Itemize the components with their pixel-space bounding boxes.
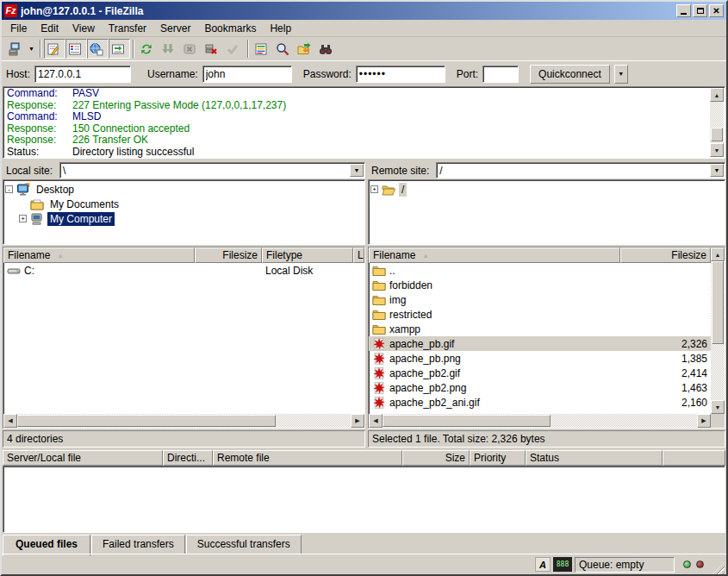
queue-body[interactable] xyxy=(3,466,725,533)
port-input[interactable] xyxy=(482,66,519,83)
find-files-button[interactable] xyxy=(316,39,338,59)
scroll-right-button[interactable]: ▶ xyxy=(697,414,711,428)
collapse-icon[interactable]: - xyxy=(5,185,13,193)
file-row[interactable]: apache_pb2.gif 2,414 xyxy=(369,366,711,380)
scroll-thumb[interactable] xyxy=(711,128,723,141)
menu-edit[interactable]: Edit xyxy=(34,21,65,36)
file-row-selected[interactable]: apache_pb.gif 2,326 xyxy=(369,336,711,351)
synchronized-browsing-icon xyxy=(297,42,311,56)
file-row[interactable]: img xyxy=(369,292,711,307)
local-site-dropdown[interactable]: ▼ xyxy=(350,164,364,177)
activity-led-red xyxy=(696,560,704,568)
column-header-priority[interactable]: Priority xyxy=(470,450,526,466)
speed-limit-icon[interactable]: 888 xyxy=(553,557,572,572)
file-row[interactable]: restricted xyxy=(369,307,711,322)
transfer-type-icon[interactable]: A xyxy=(535,557,551,572)
file-row[interactable]: xampp xyxy=(369,322,711,336)
disconnect-button[interactable] xyxy=(202,39,223,59)
synchronized-browsing-button[interactable] xyxy=(295,39,316,59)
site-manager-dropdown[interactable]: ▼ xyxy=(26,39,37,59)
scroll-thumb[interactable] xyxy=(712,261,724,344)
titlebar[interactable]: Fz john@127.0.0.1 - FileZilla ✕ xyxy=(2,2,726,20)
password-input[interactable] xyxy=(356,66,445,83)
column-header-filename[interactable]: Filename▲ xyxy=(3,247,195,263)
log-scrollbar[interactable]: ▲ ▼ xyxy=(710,88,724,157)
tab-failed-transfers[interactable]: Failed transfers xyxy=(91,535,185,554)
image-file-icon xyxy=(372,337,386,351)
scroll-right-button[interactable]: ▶ xyxy=(351,414,364,428)
column-header-filetype[interactable]: Filetype xyxy=(262,247,353,263)
file-row[interactable]: .. xyxy=(369,263,711,278)
tree-item-root[interactable]: + / xyxy=(370,182,723,197)
remote-site-dropdown[interactable]: ▼ xyxy=(710,164,724,177)
scroll-left-button[interactable]: ◀ xyxy=(3,414,17,428)
site-manager-button[interactable] xyxy=(4,39,26,59)
column-header-filename[interactable]: Filename▲ xyxy=(369,247,620,263)
cancel-button[interactable] xyxy=(180,39,202,59)
minimize-button[interactable] xyxy=(676,4,691,17)
log-line: Response:150 Connection accepted xyxy=(7,123,707,135)
toggle-queue-button[interactable] xyxy=(109,39,130,59)
column-header-server-local-file[interactable]: Server/Local file xyxy=(3,450,163,466)
remote-tree-icon xyxy=(90,42,103,56)
scroll-down-button[interactable]: ▼ xyxy=(711,400,725,414)
column-header-status[interactable]: Status xyxy=(526,450,663,466)
menu-transfer[interactable]: Transfer xyxy=(102,21,153,36)
close-button[interactable]: ✕ xyxy=(709,4,724,17)
file-row-c-drive[interactable]: C: Local Disk xyxy=(3,263,364,278)
column-header-filesize[interactable]: Filesize xyxy=(620,247,711,263)
host-input[interactable] xyxy=(34,66,131,83)
binoculars-icon xyxy=(319,42,333,56)
remote-status-text: Selected 1 file. Total size: 2,326 bytes xyxy=(372,433,545,445)
file-row[interactable]: apache_pb2_ani.gif 2,160 xyxy=(369,395,711,410)
file-row[interactable]: apache_pb2.png 1,463 xyxy=(369,380,711,395)
column-header-filesize[interactable]: Filesize xyxy=(195,247,262,263)
remote-vertical-scrollbar[interactable]: ▲ ▼ xyxy=(711,247,725,414)
column-header-direction[interactable]: Directi... xyxy=(163,450,213,466)
arrow-up-icon: ▲ xyxy=(715,252,721,258)
refresh-button[interactable] xyxy=(137,39,159,59)
message-log: Command:PASV Response:227 Entering Passi… xyxy=(3,86,725,159)
tab-successful-transfers[interactable]: Successful transfers xyxy=(186,535,302,554)
toggle-remote-tree-button[interactable] xyxy=(87,39,109,59)
tree-item-desktop[interactable]: - Desktop xyxy=(5,182,363,197)
remote-site-bar: Remote site: / ▼ xyxy=(368,161,725,179)
menu-help[interactable]: Help xyxy=(263,21,298,36)
file-row[interactable]: apache_pb.png 1,385 xyxy=(369,351,711,366)
scroll-up-button[interactable]: ▲ xyxy=(711,247,725,261)
reconnect-button[interactable] xyxy=(223,39,245,59)
tree-item-label: / xyxy=(399,183,407,197)
scroll-left-button[interactable]: ◀ xyxy=(369,414,383,428)
scroll-down-button[interactable]: ▼ xyxy=(710,143,724,157)
local-site-combo[interactable]: \ ▼ xyxy=(59,162,365,178)
menu-file[interactable]: File xyxy=(3,21,34,36)
directory-comparison-button[interactable] xyxy=(273,39,295,59)
resize-grip[interactable] xyxy=(712,562,725,574)
username-input[interactable] xyxy=(202,66,292,83)
remote-site-combo[interactable]: / ▼ xyxy=(436,162,725,178)
scroll-up-button[interactable]: ▲ xyxy=(710,88,724,102)
expand-icon[interactable]: + xyxy=(370,185,378,193)
process-queue-button[interactable] xyxy=(159,39,180,59)
menu-server[interactable]: Server xyxy=(153,21,197,36)
scroll-thumb[interactable] xyxy=(17,415,276,427)
expand-icon[interactable]: + xyxy=(19,215,27,222)
toggle-local-tree-button[interactable] xyxy=(65,39,87,59)
scroll-thumb[interactable] xyxy=(383,415,551,427)
tree-item-my-computer[interactable]: + My Computer xyxy=(5,211,363,226)
filter-button[interactable] xyxy=(252,39,273,59)
log-line: Command:MLSD xyxy=(7,111,707,123)
file-row[interactable]: forbidden xyxy=(369,278,711,292)
toggle-log-button[interactable] xyxy=(44,39,65,59)
column-header-lastmodified[interactable]: L xyxy=(353,247,364,263)
tree-item-my-documents[interactable]: My Documents xyxy=(5,197,363,211)
menu-bookmarks[interactable]: Bookmarks xyxy=(197,21,263,36)
remote-horizontal-scrollbar[interactable]: ◀ ▶ xyxy=(369,414,711,428)
column-header-size[interactable]: Size xyxy=(402,450,470,466)
menu-view[interactable]: View xyxy=(65,21,102,36)
column-header-remote-file[interactable]: Remote file xyxy=(213,450,402,466)
quickconnect-button[interactable]: Quickconnect xyxy=(530,65,610,84)
maximize-button[interactable] xyxy=(693,4,707,17)
local-horizontal-scrollbar[interactable]: ◀ ▶ xyxy=(3,414,364,428)
quickconnect-dropdown[interactable]: ▼ xyxy=(614,65,628,84)
